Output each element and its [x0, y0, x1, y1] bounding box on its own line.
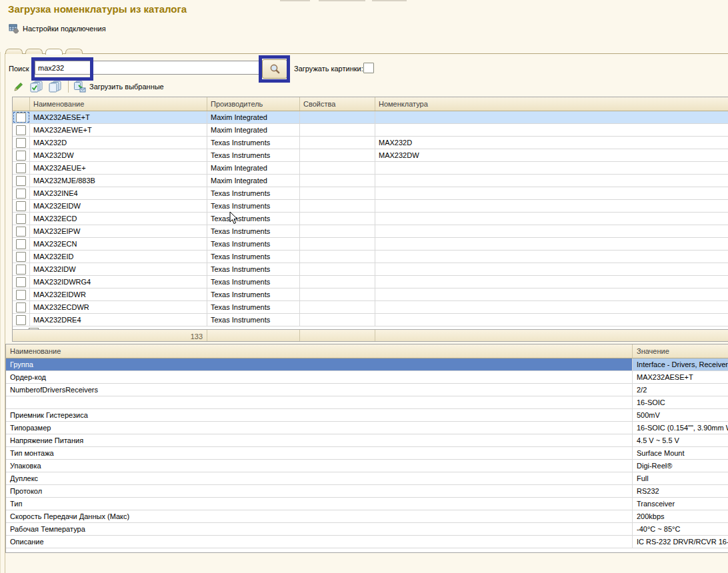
table-row[interactable]: MAX232MJE/883B Maxim Integrated [13, 175, 728, 187]
row-checkbox[interactable] [16, 163, 26, 173]
footer-cell [375, 330, 728, 342]
row-checkbox[interactable] [16, 252, 26, 262]
property-row[interactable]: Дуплекс Full [6, 472, 728, 485]
tab[interactable] [45, 49, 63, 55]
annotation-box-search-input [31, 57, 93, 81]
table-row[interactable]: MAX232AEUE+ Maxim Integrated [13, 162, 728, 175]
cell-nomenclature [375, 301, 728, 313]
table-row[interactable]: MAX232DRE4 Texas Instruments [13, 314, 728, 326]
row-checkbox[interactable] [16, 239, 26, 249]
header-property-value[interactable]: Значение [633, 344, 728, 358]
row-checkbox[interactable] [16, 113, 26, 123]
load-images-checkbox[interactable] [363, 63, 374, 73]
tab[interactable] [5, 49, 23, 54]
row-checkbox[interactable] [16, 277, 26, 287]
tab-bar [5, 40, 85, 54]
property-row[interactable]: Напряжение Питания 4.5 V ~ 5.5 V [6, 434, 728, 447]
cell-nomenclature [375, 238, 728, 250]
property-row[interactable]: Типоразмер 16-SOIC (0.154"", 3.90mm W [6, 422, 728, 434]
row-checkbox-cell [13, 225, 30, 237]
table-row[interactable]: MAX232DW Texas Instruments MAX232DW [13, 149, 728, 162]
tab[interactable] [65, 49, 83, 54]
table-row[interactable]: MAX232AEWE+T Maxim Integrated [13, 124, 728, 137]
table-row[interactable]: MAX232IDWRG4 Texas Instruments [13, 276, 728, 288]
cell-property-value: 500mV [633, 409, 728, 421]
row-checkbox[interactable] [16, 227, 26, 237]
header-property-name[interactable]: Наименование [6, 344, 633, 358]
row-checkbox-cell [13, 213, 30, 225]
results-table-header: Наименование Производитель Свойства Номе… [13, 97, 728, 111]
row-checkbox-cell [13, 162, 30, 174]
cell-properties [300, 288, 375, 300]
cell-property-name: Упаковка [6, 460, 633, 472]
table-row[interactable]: MAX232IDW Texas Instruments [13, 263, 728, 276]
cell-property-name: Тип монтажа [6, 447, 633, 459]
cell-part-name: MAX232AEWE+T [30, 124, 207, 136]
connection-settings-link[interactable]: Настройки подключения [9, 23, 106, 34]
table-row[interactable]: MAX232EIDW Texas Instruments [13, 200, 728, 213]
edit-pencil-icon[interactable] [11, 80, 25, 93]
select-all-icon[interactable] [29, 80, 44, 93]
load-selected-icon [73, 81, 86, 93]
header-nomenclature[interactable]: Номенклатура [375, 97, 728, 111]
header-manufacturer[interactable]: Производитель [207, 97, 300, 111]
table-row[interactable]: MAX232AESE+T Maxim Integrated [13, 111, 728, 124]
row-checkbox[interactable] [16, 125, 26, 135]
cell-part-name: MAX232IDWRG4 [30, 276, 207, 288]
row-checkbox[interactable] [16, 265, 26, 275]
table-row[interactable]: MAX232ECD Texas Instruments [13, 213, 728, 225]
row-checkbox[interactable] [16, 290, 26, 300]
row-checkbox[interactable] [16, 315, 26, 325]
property-row[interactable]: 16-SOIC [6, 396, 728, 409]
table-row[interactable]: MAX232ECDWR Texas Instruments [13, 301, 728, 314]
cell-manufacturer: Texas Instruments [207, 225, 300, 237]
cell-properties [300, 187, 375, 199]
property-row[interactable]: Тип Transceiver [6, 498, 728, 510]
row-checkbox-cell [13, 238, 30, 250]
cell-part-name: MAX232AESE+T [30, 111, 207, 123]
cell-property-name: Напряжение Питания [6, 434, 633, 446]
property-row[interactable]: Ордер-код MAX232AESE+T [6, 371, 728, 384]
results-table-footer: 133 [13, 329, 728, 342]
row-checkbox[interactable] [16, 176, 26, 186]
load-selected-button[interactable]: Загрузить выбранные [73, 81, 164, 93]
property-row[interactable]: Рабочая Температура -40°C ~ 85°C [6, 523, 728, 536]
load-selected-label: Загрузить выбранные [89, 83, 164, 91]
window-edge [0, 52, 1, 573]
row-checkbox[interactable] [16, 201, 26, 211]
table-row[interactable]: MAX232EID Texas Instruments [13, 251, 728, 263]
cell-property-name: Тип [6, 498, 633, 510]
property-row[interactable]: Тип монтажа Surface Mount [6, 447, 728, 460]
row-checkbox[interactable] [16, 138, 26, 148]
cell-properties [300, 213, 375, 225]
cell-nomenclature [375, 213, 728, 225]
header-name[interactable]: Наименование [30, 97, 207, 111]
table-row[interactable]: MAX232D Texas Instruments MAX232D [13, 137, 728, 149]
property-row[interactable]: NumberofDriversReceivers 2/2 [6, 384, 728, 396]
table-row[interactable]: MAX232ECN Texas Instruments [13, 238, 728, 251]
table-row[interactable]: MAX232EIDWR Texas Instruments [13, 288, 728, 301]
cell-property-value: 16-SOIC [633, 396, 728, 408]
row-checkbox[interactable] [16, 214, 26, 224]
cell-manufacturer: Maxim Integrated [207, 175, 300, 187]
table-row[interactable]: MAX232INE4 Texas Instruments [13, 187, 728, 200]
row-checkbox[interactable] [16, 302, 26, 312]
cell-manufacturer: Texas Instruments [207, 263, 300, 275]
property-row[interactable]: Группа Interface - Drivers, Receivers [6, 358, 728, 371]
property-row[interactable]: Скорость Передачи Данных (Макс) 200kbps [6, 510, 728, 523]
table-row[interactable]: MAX232EIPW Texas Instruments [13, 225, 728, 238]
partial-row [13, 326, 728, 329]
screen-artifact [372, 0, 407, 1]
cell-property-value: Full [633, 472, 728, 484]
cell-nomenclature [375, 251, 728, 263]
tab[interactable] [25, 49, 43, 54]
property-row[interactable]: Описание IC RS-232 DRVR/RCVR 16-S [6, 536, 728, 548]
copy-sheets-icon[interactable] [48, 80, 63, 93]
property-row[interactable]: Упаковка Digi-Reel® [6, 460, 728, 472]
property-row[interactable]: Протокол RS232 [6, 485, 728, 498]
row-checkbox[interactable] [16, 189, 26, 199]
row-checkbox[interactable] [16, 151, 26, 161]
property-row[interactable]: Приемник Гистерезиса 500mV [6, 409, 728, 422]
header-properties[interactable]: Свойства [300, 97, 375, 111]
cell-properties [300, 263, 375, 275]
